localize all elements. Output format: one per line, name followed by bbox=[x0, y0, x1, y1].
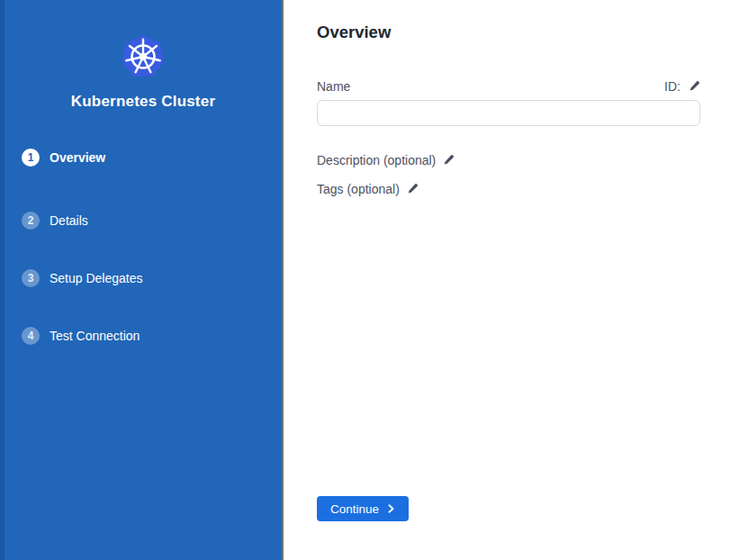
wizard-sidebar: Kubernetes Cluster 1 Overview 2 Details … bbox=[0, 0, 284, 560]
continue-button-label: Continue bbox=[330, 502, 379, 516]
name-input[interactable] bbox=[317, 100, 700, 126]
step-number-badge: 1 bbox=[22, 149, 40, 167]
description-label: Description (optional) bbox=[317, 153, 436, 167]
edit-id-icon[interactable] bbox=[689, 80, 700, 92]
sidebar-item-overview[interactable]: 1 Overview bbox=[22, 149, 282, 167]
wizard-steps: 1 Overview 2 Details 3 Setup Delegates 4… bbox=[5, 149, 282, 345]
sidebar-item-test-connection[interactable]: 4 Test Connection bbox=[22, 327, 282, 345]
step-label: Setup Delegates bbox=[50, 271, 143, 285]
continue-button[interactable]: Continue bbox=[317, 496, 409, 521]
name-label: Name bbox=[317, 79, 350, 94]
wizard-title: Kubernetes Cluster bbox=[5, 93, 282, 110]
edit-description-icon[interactable] bbox=[443, 154, 455, 166]
sidebar-item-details[interactable]: 2 Details bbox=[22, 212, 282, 230]
step-label: Overview bbox=[50, 150, 105, 165]
step-number-badge: 4 bbox=[22, 327, 40, 345]
step-label: Details bbox=[50, 213, 88, 228]
description-row: Description (optional) bbox=[317, 153, 700, 167]
page-title: Overview bbox=[317, 23, 700, 41]
step-label: Test Connection bbox=[50, 329, 140, 343]
id-label: ID: bbox=[664, 79, 680, 94]
kubernetes-logo-icon bbox=[122, 35, 165, 78]
sidebar-item-setup-delegates[interactable]: 3 Setup Delegates bbox=[22, 269, 282, 287]
edit-tags-icon[interactable] bbox=[407, 183, 419, 194]
chevron-right-icon bbox=[387, 504, 395, 513]
tags-row: Tags (optional) bbox=[317, 182, 700, 195]
id-group: ID: bbox=[664, 79, 700, 94]
step-number-badge: 3 bbox=[22, 269, 40, 287]
overview-form: Name ID: Description (optional) Tags (op… bbox=[317, 79, 700, 521]
step-number-badge: 2 bbox=[22, 212, 40, 230]
tags-label: Tags (optional) bbox=[317, 182, 400, 196]
main-panel: Overview Name ID: Description (optional)… bbox=[284, 0, 730, 560]
name-field-header: Name ID: bbox=[317, 79, 700, 93]
